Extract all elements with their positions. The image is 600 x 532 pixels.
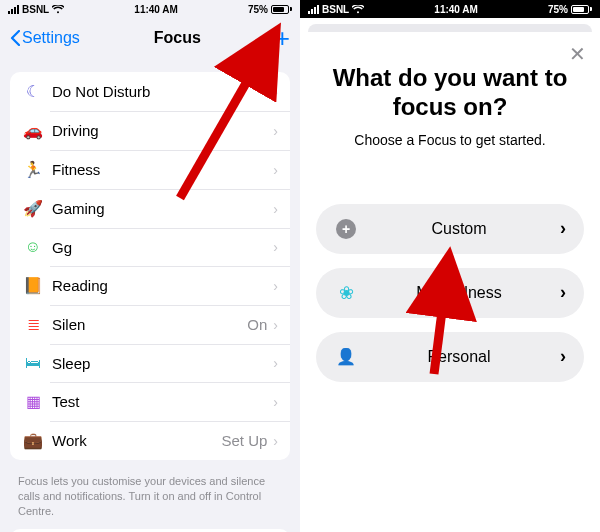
row-detail: On [247, 316, 267, 333]
sheet-title: What do you want to focus on? [326, 64, 574, 122]
page-title: Focus [154, 29, 201, 47]
row-label: Work [52, 432, 221, 449]
focus-row-test[interactable]: ▦Test› [10, 382, 290, 421]
row-label: Gaming [52, 200, 273, 217]
focus-row-gaming[interactable]: 🚀Gaming› [10, 189, 290, 228]
chevron-right-icon: › [560, 346, 566, 367]
chevron-right-icon: › [273, 278, 278, 294]
status-bar: BSNL 11:40 AM 75% [0, 0, 300, 18]
focus-option-mindfulness[interactable]: ❀Mindfulness› [316, 268, 584, 318]
chevron-left-icon [10, 30, 20, 46]
test-icon: ▦ [22, 392, 44, 411]
chevron-right-icon: › [273, 355, 278, 371]
back-label: Settings [22, 29, 80, 47]
chevron-right-icon: › [273, 123, 278, 139]
chevron-right-icon: › [273, 394, 278, 410]
focus-settings-screen: BSNL 11:40 AM 75% Settings Focus + ☾Do N… [0, 0, 300, 532]
close-button[interactable]: ✕ [569, 42, 586, 66]
row-label: Fitness [52, 161, 273, 178]
clock: 11:40 AM [434, 4, 478, 15]
wifi-icon [352, 5, 364, 14]
car-icon: 🚗 [22, 121, 44, 140]
share-across-devices-row: Share Across Devices [10, 529, 290, 532]
person-icon: 👤 [336, 347, 356, 366]
focus-option-personal[interactable]: 👤Personal› [316, 332, 584, 382]
chevron-right-icon: › [273, 84, 278, 100]
chevron-right-icon: › [273, 317, 278, 333]
rocket-icon: 🚀 [22, 199, 44, 218]
status-bar: BSNL 11:40 AM 75% [300, 0, 600, 18]
chevron-right-icon: › [273, 239, 278, 255]
row-detail: Set Up [221, 432, 267, 449]
focus-row-do-not-disturb[interactable]: ☾Do Not Disturb› [10, 72, 290, 111]
row-label: Gg [52, 239, 273, 256]
wifi-icon [52, 5, 64, 14]
battery-icon [571, 5, 592, 14]
work-icon: 💼 [22, 431, 44, 450]
focus-option-custom[interactable]: +Custom› [316, 204, 584, 254]
signal-icon [308, 5, 319, 14]
chevron-right-icon: › [273, 201, 278, 217]
new-focus-sheet-screen: BSNL 11:40 AM 75% ✕ What do you want to … [300, 0, 600, 532]
battery-pct: 75% [548, 4, 568, 15]
gg-icon: ☺ [22, 238, 44, 256]
carrier-label: BSNL [322, 4, 349, 15]
chevron-right-icon: › [273, 162, 278, 178]
book-icon: 📙 [22, 276, 44, 295]
moon-icon: ☾ [22, 82, 44, 101]
option-label: Personal [358, 348, 560, 366]
row-label: Driving [52, 122, 273, 139]
mindfulness-icon: ❀ [339, 282, 354, 304]
add-focus-button[interactable]: + [275, 25, 290, 51]
new-focus-sheet: ✕ What do you want to focus on? Choose a… [300, 32, 600, 532]
nav-bar: Settings Focus + [0, 18, 300, 58]
battery-pct: 75% [248, 4, 268, 15]
signal-icon [8, 5, 19, 14]
list-icon: ≣ [22, 315, 44, 334]
focus-row-gg[interactable]: ☺Gg› [10, 228, 290, 266]
plus-icon: + [336, 219, 356, 239]
row-label: Reading [52, 277, 273, 294]
sheet-subtitle: Choose a Focus to get started. [316, 132, 584, 148]
carrier-label: BSNL [22, 4, 49, 15]
row-label: Sleep [52, 355, 273, 372]
battery-icon [271, 5, 292, 14]
chevron-right-icon: › [560, 282, 566, 303]
row-label: Test [52, 393, 273, 410]
focus-row-reading[interactable]: 📙Reading› [10, 266, 290, 305]
focus-row-driving[interactable]: 🚗Driving› [10, 111, 290, 150]
focus-row-silen[interactable]: ≣SilenOn› [10, 305, 290, 344]
focus-row-sleep[interactable]: 🛏Sleep› [10, 344, 290, 382]
option-label: Mindfulness [358, 284, 560, 302]
clock: 11:40 AM [134, 4, 178, 15]
row-label: Silen [52, 316, 247, 333]
chevron-right-icon: › [273, 433, 278, 449]
option-label: Custom [358, 220, 560, 238]
footer-caption: Focus lets you customise your devices an… [0, 466, 300, 529]
bed-icon: 🛏 [22, 354, 44, 372]
run-icon: 🏃 [22, 160, 44, 179]
focus-row-fitness[interactable]: 🏃Fitness› [10, 150, 290, 189]
focus-list: ☾Do Not Disturb›🚗Driving›🏃Fitness›🚀Gamin… [10, 72, 290, 460]
focus-row-work[interactable]: 💼WorkSet Up› [10, 421, 290, 460]
row-label: Do Not Disturb [52, 83, 273, 100]
chevron-right-icon: › [560, 218, 566, 239]
back-button[interactable]: Settings [10, 29, 80, 47]
sheet-background-card [308, 24, 592, 32]
